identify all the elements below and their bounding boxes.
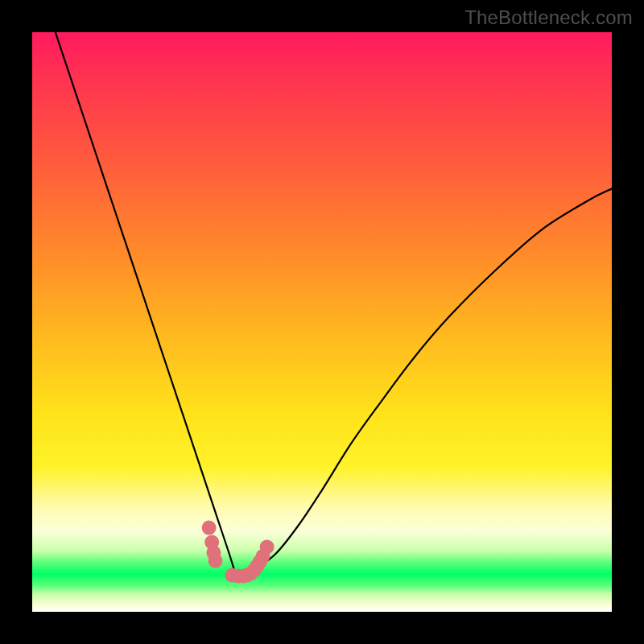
plot-area: [32, 32, 612, 612]
highlight-dot: [208, 554, 223, 568]
curve-layer: [32, 32, 612, 612]
watermark-text: TheBottleneck.com: [464, 6, 633, 29]
highlight-dot: [260, 539, 275, 554]
bottleneck-curve: [56, 32, 612, 578]
highlight-dots: [202, 521, 275, 584]
chart-frame: TheBottleneck.com: [0, 0, 644, 644]
highlight-dot: [202, 521, 217, 535]
